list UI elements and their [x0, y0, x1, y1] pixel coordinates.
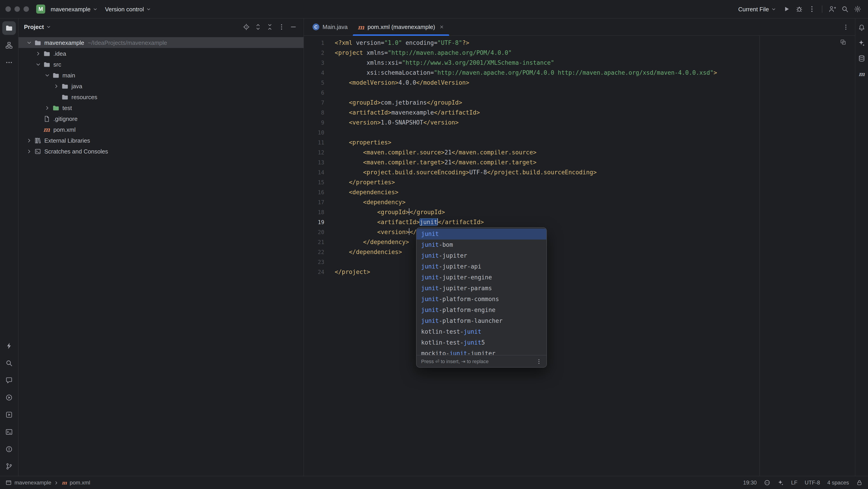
completion-item-junit-platform-commons[interactable]: junit-platform-commons [416, 294, 547, 305]
code-line-19[interactable]: <artifactId>junit</artifactId> [335, 217, 855, 227]
find-icon[interactable] [2, 356, 16, 370]
tree-item-test[interactable]: test [19, 102, 304, 113]
services-icon[interactable] [2, 408, 16, 422]
chevron-right-icon[interactable] [25, 136, 33, 144]
chevron-down-icon[interactable] [34, 60, 42, 68]
settings-icon[interactable] [852, 3, 864, 15]
tree-item-idea[interactable]: .idea [19, 48, 304, 59]
run-configuration-widget[interactable]: Current File [735, 3, 780, 16]
chevron-right-icon[interactable] [25, 147, 33, 155]
code-line-11[interactable]: <properties> [335, 138, 855, 148]
completion-item-junit-jupiter-engine[interactable]: junit-jupiter-engine [416, 272, 547, 283]
close-window-button[interactable] [5, 6, 11, 12]
tree-item-scratches-and-consoles[interactable]: Scratches and Consoles [19, 146, 304, 157]
code-line-12[interactable]: <maven.compiler.source>21</maven.compile… [335, 148, 855, 157]
tree-item-gitignore[interactable]: .gitignore [19, 113, 304, 124]
completion-item-kotlin-test-junit[interactable]: kotlin-test-junit [416, 326, 547, 337]
inspections-widget-icon[interactable] [840, 39, 846, 45]
expand-all-icon[interactable] [253, 22, 263, 32]
problems-icon[interactable] [2, 442, 16, 456]
tree-item-src[interactable]: src [19, 59, 304, 70]
completion-item-mockito-junit-jupiter[interactable]: mockito-junit-jupiter [416, 348, 547, 355]
completion-item-junit-jupiter-api[interactable]: junit-jupiter-api [416, 261, 547, 272]
indent-style[interactable]: 4 spaces [827, 480, 849, 486]
code-line-21[interactable]: </dependency> [335, 237, 855, 247]
completion-item-kotlin-test-junit5[interactable]: kotlin-test-junit5 [416, 337, 547, 348]
completion-item-junit-jupiter[interactable]: junit-jupiter [416, 250, 547, 261]
code-line-20[interactable]: <version></version> [335, 227, 855, 237]
breadcrumb-project[interactable]: mavenexample [14, 480, 51, 486]
version-control-icon[interactable] [2, 460, 16, 473]
maven-file-icon[interactable]: m [62, 480, 67, 485]
code-line-17[interactable]: <dependency> [335, 197, 855, 207]
project-window-icon[interactable] [5, 480, 12, 486]
code-line-5[interactable]: <modelVersion>4.0.0</modelVersion> [335, 78, 855, 88]
chevron-down-icon[interactable] [25, 38, 33, 47]
caret-position[interactable]: 19:30 [743, 480, 757, 486]
structure-icon[interactable] [2, 38, 16, 52]
line-separator[interactable]: LF [791, 480, 798, 486]
completion-options-icon[interactable] [536, 358, 542, 364]
code-line-9[interactable]: <version>1.0-SNAPSHOT</version> [335, 118, 855, 128]
code-line-18[interactable]: <groupId></groupId> [335, 207, 855, 217]
code-line-6[interactable] [335, 88, 855, 98]
collapse-all-icon[interactable] [265, 22, 275, 32]
code-with-me-icon[interactable] [827, 3, 838, 15]
completion-item-junit-platform-engine[interactable]: junit-platform-engine [416, 305, 547, 316]
code-line-10[interactable] [335, 128, 855, 138]
code-line-15[interactable]: </properties> [335, 177, 855, 188]
breadcrumb-separator-icon[interactable] [54, 480, 59, 485]
code-line-8[interactable]: <artifactId>mavenexample</artifactId> [335, 108, 855, 118]
tree-item-java[interactable]: java [19, 81, 304, 91]
tree-item-mavenexample[interactable]: mavenexample~/IdeaProjects/mavenexample [19, 37, 304, 48]
code-line-23[interactable] [335, 257, 855, 267]
minimize-window-button[interactable] [14, 6, 20, 12]
options-icon[interactable] [276, 22, 286, 32]
run-tool-icon[interactable] [2, 391, 16, 404]
tree-item-external-libraries[interactable]: External Libraries [19, 135, 304, 146]
file-encoding[interactable]: UTF-8 [805, 480, 820, 486]
code-line-13[interactable]: <maven.compiler.target>21</maven.compile… [335, 157, 855, 168]
database-icon[interactable] [856, 53, 867, 64]
notifications-icon[interactable] [856, 22, 867, 33]
chevron-down-icon[interactable] [43, 71, 51, 79]
maven-icon[interactable]: m [856, 68, 867, 79]
ai-assistant-icon[interactable] [856, 37, 867, 49]
more-tool-windows-icon[interactable] [2, 56, 16, 69]
completion-item-junit-platform-launcher[interactable]: junit-platform-launcher [416, 316, 547, 326]
code-line-22[interactable]: </dependencies> [335, 247, 855, 257]
code-line-7[interactable]: <groupId>com.jetbrains</groupId> [335, 98, 855, 108]
code-editor[interactable]: 123456789101112131415161718192021222324 … [304, 36, 855, 476]
hide-panel-icon[interactable] [288, 22, 298, 32]
more-actions-icon[interactable] [806, 3, 818, 15]
select-opened-file-icon[interactable] [241, 22, 251, 32]
tree-item-main[interactable]: main [19, 70, 304, 81]
tab-pom-xml-mavenexample[interactable]: mpom.xml (mavenexample) [352, 19, 449, 35]
project-widget[interactable]: mavenexample [47, 3, 101, 16]
ai-chat-icon[interactable] [2, 374, 16, 387]
project-icon[interactable] [2, 21, 16, 35]
endpoints-icon[interactable] [2, 339, 16, 353]
code-line-2[interactable]: <project xmlns="http://maven.apache.org/… [335, 48, 855, 58]
code-line-14[interactable]: <project.build.sourceEncoding>UTF-8</pro… [335, 168, 855, 177]
completion-item-junit-jupiter-params[interactable]: junit-jupiter-params [416, 283, 547, 294]
tab-options-icon[interactable] [836, 19, 855, 35]
close-tab-icon[interactable] [439, 24, 444, 29]
tab-main-java[interactable]: CMain.java [308, 19, 352, 35]
copilot-status-icon[interactable] [764, 480, 770, 486]
chevron-right-icon[interactable] [34, 49, 42, 58]
chevron-right-icon[interactable] [43, 104, 51, 112]
tree-item-pom-xml[interactable]: mpom.xml [19, 124, 304, 135]
tree-item-resources[interactable]: resources [19, 91, 304, 102]
completion-item-junit[interactable]: junit [416, 229, 547, 239]
project-panel-title[interactable]: Project [24, 24, 44, 30]
breadcrumb-file[interactable]: pom.xml [70, 480, 90, 486]
code-line-4[interactable]: xsi:schemaLocation="http://maven.apache.… [335, 68, 855, 78]
debug-icon[interactable] [794, 3, 805, 15]
search-everywhere-icon[interactable] [839, 3, 851, 15]
vcs-widget[interactable]: Version control [101, 3, 155, 16]
run-icon[interactable] [781, 3, 793, 15]
ai-status-icon[interactable] [778, 480, 784, 486]
chevron-down-icon[interactable] [46, 24, 51, 29]
code-line-1[interactable]: <?xml version="1.0" encoding="UTF-8"?> [335, 38, 855, 48]
